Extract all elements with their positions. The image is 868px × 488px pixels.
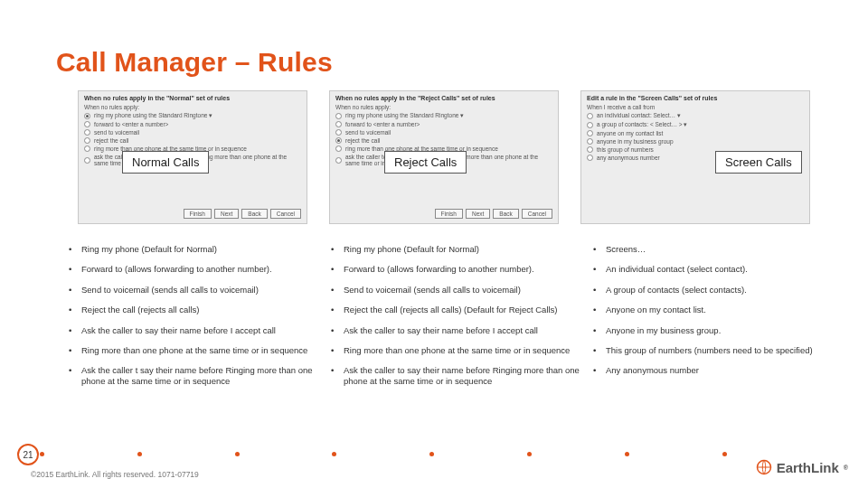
radio-icon[interactable] [587,138,593,145]
option-text: forward to <enter a number> [345,121,420,127]
option-text: anyone in my business group [597,138,674,145]
panel-screen: Edit a rule in the "Screen Calls" set of… [580,90,810,224]
option-text: anyone on my contact list [597,130,663,136]
option-text: ring my phone using the Standard Rington… [345,112,464,119]
finish-button[interactable]: Finish [435,209,463,219]
earthlink-logo: EarthLink® [756,459,848,475]
panel-sub: When no rules apply: [335,104,552,110]
radio-icon[interactable] [335,157,342,164]
radio-icon[interactable] [587,155,593,161]
option-text: forward to <enter a number> [94,121,168,127]
column-reject: •Ring my phone (Default for Normal) •For… [331,244,582,396]
list-item: Ring more than one phone at the same tim… [344,345,582,355]
radio-icon[interactable] [84,129,90,136]
bullet-columns: •Ring my phone (Default for Normal) •For… [69,244,830,396]
list-item: Ask the caller to say their name before … [344,325,582,335]
panel-label-normal: Normal Calls [122,151,209,174]
back-button[interactable]: Back [241,209,267,219]
option-text: a group of contacts: < Select… > ▾ [597,121,687,128]
page-title: Call Manager – Rules [56,47,333,78]
list-item: Send to voicemail (sends all calls to vo… [344,285,582,295]
list-item: Ask the caller to say their name before … [344,365,582,386]
list-item: Anyone in my business group. [606,325,830,335]
radio-icon[interactable] [335,137,342,144]
radio-icon[interactable] [335,113,342,119]
option-text: ring my phone using the Standard Rington… [94,112,212,119]
logo-text: EarthLink [777,460,839,475]
panel-label-screen: Screen Calls [715,151,802,174]
panel-buttons: Finish Next Back Cancel [435,209,552,219]
column-screen: •Screens… •An individual contact (select… [593,244,830,396]
panel-label-reject: Reject Calls [384,151,467,174]
panel-buttons: Finish Next Back Cancel [184,209,301,219]
radio-icon[interactable] [84,113,90,119]
page-number: 21 [17,444,39,465]
next-button[interactable]: Next [214,209,239,219]
back-button[interactable]: Back [493,209,518,219]
option-text: reject the call [94,137,128,144]
radio-icon[interactable] [587,146,593,153]
list-item: Ring my phone (Default for Normal) [81,244,320,254]
list-item: A group of contacts (select contacts). [606,285,830,295]
cancel-button[interactable]: Cancel [522,209,552,219]
list-item: Anyone on my contact list. [606,305,830,314]
list-item: This group of numbers (numbers need to b… [606,345,830,355]
page-number-text: 21 [23,450,33,460]
option-text: send to voicemail [345,129,391,136]
panel-sub: When I receive a call from [587,104,804,110]
radio-icon[interactable] [587,113,593,119]
cancel-button[interactable]: Cancel [270,209,301,219]
list-item: Ring my phone (Default for Normal) [344,244,582,254]
next-button[interactable]: Next [466,209,490,219]
panels-row: When no rules apply in the "Normal" set … [78,90,810,224]
panel-normal: When no rules apply in the "Normal" set … [78,90,307,224]
list-item: Ask the caller t say their name before R… [81,365,320,386]
globe-icon [756,459,772,475]
list-item: An individual contact (select contact). [606,264,830,274]
radio-icon[interactable] [84,121,90,127]
radio-icon[interactable] [335,145,342,152]
list-item: Screens… [606,244,830,254]
radio-icon[interactable] [335,121,342,127]
radio-icon[interactable] [587,130,593,136]
option-text: any anonymous number [597,155,660,161]
list-item: Any anonymous number [606,365,830,375]
slide: Call Manager – Rules When no rules apply… [0,0,868,488]
list-item: Send to voicemail (sends all calls to vo… [81,285,320,295]
footer-dots [40,454,736,455]
column-normal: •Ring my phone (Default for Normal) •For… [69,244,320,396]
panel-header: Edit a rule in the "Screen Calls" set of… [587,95,804,101]
panel-header: When no rules apply in the "Normal" set … [84,95,301,101]
panel-sub: When no rules apply: [84,104,301,110]
list-item: Reject the call (rejects all calls) (Def… [344,305,582,314]
radio-icon[interactable] [587,122,593,128]
finish-button[interactable]: Finish [184,209,212,219]
radio-icon[interactable] [84,145,90,152]
list-item: Ring more than one phone at the same tim… [81,345,320,355]
radio-icon[interactable] [84,157,90,164]
option-text: reject the call [345,137,380,144]
option-text: this group of numbers [597,146,654,153]
list-item: Reject the call (rejects all calls) [81,305,320,314]
option-text: send to voicemail [94,129,139,136]
radio-icon[interactable] [335,129,342,136]
trademark-icon: ® [844,465,848,471]
list-item: Ask the caller to say their name before … [81,325,320,335]
panel-header: When no rules apply in the "Reject Calls… [335,95,552,101]
radio-icon[interactable] [84,137,90,144]
copyright: ©2015 EarthLink. All rights reserved. 10… [31,470,199,479]
panel-reject: When no rules apply in the "Reject Calls… [329,90,559,224]
option-text: an individual contact: Select… ▾ [597,112,681,119]
list-item: Forward to (allows forwarding to another… [344,264,582,274]
list-item: Forward to (allows forwarding to another… [81,264,320,274]
